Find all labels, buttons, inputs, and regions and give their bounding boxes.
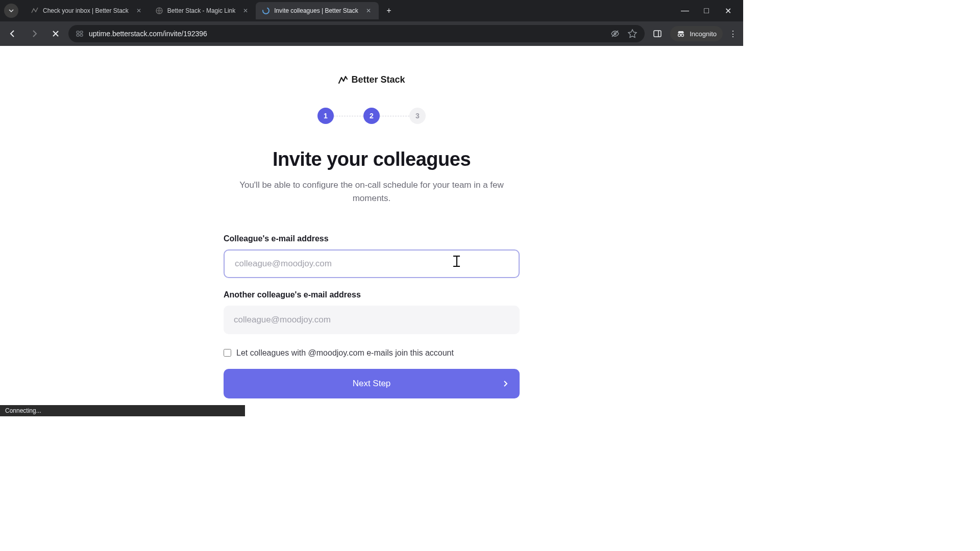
site-settings-icon[interactable]	[76, 30, 84, 38]
next-step-button[interactable]: Next Step	[224, 369, 520, 398]
new-tab-button[interactable]: +	[382, 4, 396, 18]
incognito-label: Incognito	[690, 30, 717, 38]
browser-tab[interactable]: Better Stack - Magic Link ✕	[149, 2, 256, 19]
arrow-right-icon	[30, 29, 39, 38]
chevron-right-icon	[503, 380, 508, 387]
browser-tab[interactable]: Check your inbox | Better Stack ✕	[24, 2, 149, 19]
svg-rect-4	[77, 34, 79, 36]
browser-tab-active[interactable]: Invite colleagues | Better Stack ✕	[256, 2, 379, 19]
email-2-input[interactable]	[224, 306, 520, 334]
loading-favicon-icon	[262, 7, 270, 15]
svg-rect-3	[80, 31, 83, 33]
page-subheading: You'll be able to configure the on-call …	[234, 179, 509, 206]
betterstack-logo-icon	[338, 75, 348, 85]
page-heading: Invite your colleagues	[273, 148, 471, 170]
globe-favicon-icon	[155, 7, 163, 15]
email-1-label: Colleague's e-mail address	[224, 234, 520, 243]
step-connector	[334, 116, 363, 116]
betterstack-favicon-icon	[31, 7, 39, 15]
incognito-indicator[interactable]: Incognito	[670, 26, 723, 41]
tab-title: Invite colleagues | Better Stack	[274, 7, 358, 14]
svg-rect-2	[77, 31, 79, 33]
svg-rect-8	[654, 31, 661, 37]
tab-title: Check your inbox | Better Stack	[43, 7, 129, 14]
tab-close-icon[interactable]: ✕	[364, 7, 373, 15]
arrow-left-icon	[8, 29, 17, 38]
svg-point-11	[681, 34, 684, 37]
browser-status-bar: Connecting...	[0, 405, 245, 416]
chevron-down-icon	[8, 8, 14, 14]
bookmark-star-icon[interactable]	[627, 29, 638, 39]
allow-domain-checkbox[interactable]	[224, 349, 231, 357]
step-3: 3	[409, 108, 426, 124]
back-button[interactable]	[4, 25, 21, 42]
svg-point-1	[263, 8, 269, 14]
tab-search-dropdown[interactable]	[4, 4, 18, 18]
tab-close-icon[interactable]: ✕	[135, 7, 143, 15]
invite-form: Colleague's e-mail address Another colle…	[224, 234, 520, 398]
address-bar: uptime.betterstack.com/invite/192396 Inc…	[0, 21, 743, 46]
next-step-label: Next Step	[353, 379, 391, 389]
url-input[interactable]: uptime.betterstack.com/invite/192396	[68, 25, 645, 42]
stop-reload-button[interactable]	[47, 25, 64, 42]
brand-logo: Better Stack	[338, 74, 405, 85]
panel-icon	[653, 29, 662, 38]
maximize-button[interactable]: □	[701, 6, 712, 16]
step-connector	[380, 116, 409, 116]
page-viewport[interactable]: Better Stack 1 2 3 Invite your colleague…	[0, 46, 743, 416]
close-icon	[52, 30, 60, 38]
tab-close-icon[interactable]: ✕	[241, 7, 250, 15]
browser-menu-button[interactable]: ⋮	[727, 29, 739, 39]
email-2-label: Another colleague's e-mail address	[224, 290, 520, 299]
tab-title: Better Stack - Magic Link	[167, 7, 235, 14]
svg-point-10	[678, 34, 681, 37]
brand-name: Better Stack	[351, 74, 405, 85]
step-2: 2	[363, 108, 380, 124]
incognito-icon	[676, 29, 685, 38]
email-1-input[interactable]	[224, 249, 520, 278]
allow-domain-label: Let colleagues with @moodjoy.com e-mails…	[236, 348, 454, 358]
progress-stepper: 1 2 3	[317, 108, 426, 124]
url-text: uptime.betterstack.com/invite/192396	[89, 30, 605, 38]
step-1: 1	[317, 108, 334, 124]
forward-button[interactable]	[26, 25, 43, 42]
svg-rect-5	[80, 34, 83, 36]
minimize-button[interactable]: —	[680, 6, 690, 16]
close-window-button[interactable]: ✕	[723, 6, 733, 16]
eye-off-icon[interactable]	[610, 29, 620, 39]
browser-tab-bar: Check your inbox | Better Stack ✕ Better…	[0, 0, 743, 21]
side-panel-button[interactable]	[649, 25, 666, 42]
